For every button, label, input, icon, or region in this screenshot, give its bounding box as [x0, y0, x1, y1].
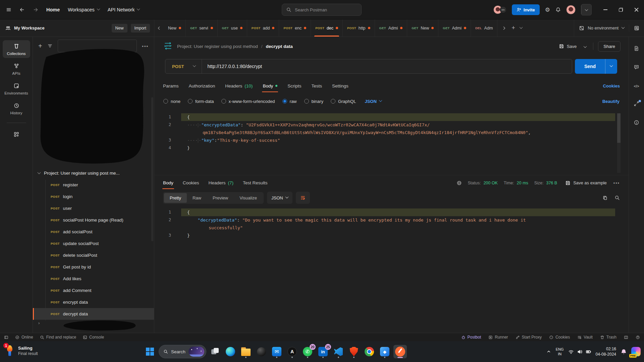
sidebar-request-item[interactable]: POSTuser — [33, 202, 154, 214]
share-button[interactable]: Share — [598, 41, 621, 52]
request-tab-scripts[interactable]: Scripts — [287, 77, 301, 95]
taskbar-app-vscode[interactable] — [332, 345, 345, 358]
panel-button[interactable] — [4, 335, 8, 340]
url-text[interactable]: http://127.0.0.1:80/decrypt — [202, 64, 262, 69]
send-options-chevron[interactable] — [605, 59, 617, 74]
global-search-input[interactable]: Search Postman — [282, 4, 362, 16]
collection-header[interactable]: Project: User register using post me... — [33, 167, 154, 179]
runner-button[interactable]: Runner — [488, 335, 508, 340]
taskbar-app-whatsapp[interactable]: ✆20 — [301, 345, 314, 358]
sidebar-request-item[interactable]: POSTencrypt data — [33, 296, 154, 308]
notifications-bell-icon[interactable] — [621, 349, 627, 355]
taskbar-app-chrome[interactable] — [363, 345, 376, 358]
request-tab[interactable]: GETAdmi — [438, 19, 471, 37]
console-button[interactable]: Console — [83, 335, 104, 340]
new-button[interactable]: New — [112, 24, 127, 33]
hamburger-menu-icon[interactable] — [6, 7, 11, 12]
body-mode-graphql[interactable]: GraphQL — [331, 99, 356, 104]
body-language-selector[interactable]: JSON — [365, 99, 381, 104]
sidebar-request-item[interactable]: POSTdelete socialPost — [33, 249, 154, 261]
taskbar-app-mail[interactable]: ✉ — [270, 345, 283, 358]
rail-item-collections[interactable]: Collections — [3, 40, 30, 58]
add-collection-button[interactable]: + — [38, 42, 42, 50]
window-restore-button[interactable] — [613, 0, 629, 19]
taskbar-app-sphere[interactable] — [255, 345, 268, 358]
request-tab[interactable]: GETservi — [186, 19, 218, 37]
invite-button[interactable]: Invite — [512, 4, 540, 15]
response-body-editor[interactable]: 1{2 "decryptedData": "Do you want to see… — [154, 207, 615, 254]
start-proxy-button[interactable]: Start Proxy — [516, 335, 542, 340]
save-button[interactable]: Save — [556, 41, 580, 51]
sidebar-request-item[interactable]: POSTadd Comment — [33, 285, 154, 296]
window-minimize-button[interactable] — [598, 0, 613, 19]
code-snippet-icon[interactable]: </> — [634, 83, 639, 89]
filter-icon[interactable] — [47, 43, 53, 49]
team-avatars[interactable]: </> — [493, 5, 506, 14]
taskbar-app-taskview[interactable] — [208, 345, 222, 358]
request-tab[interactable]: DELAdm — [471, 19, 497, 37]
upgrade-chevron[interactable] — [581, 4, 591, 15]
body-mode-raw[interactable]: raw — [282, 99, 297, 104]
tabs-scroll-left-icon[interactable] — [154, 19, 164, 37]
view-pretty[interactable]: Pretty — [164, 193, 187, 203]
notifications-bell-icon[interactable] — [555, 7, 561, 12]
breadcrumb-request-name[interactable]: decrypt data — [266, 44, 292, 49]
body-mode-x-www-form-urlencoded[interactable]: x-www-form-urlencoded — [221, 99, 275, 104]
request-tab-authorization[interactable]: Authorization — [189, 77, 215, 95]
globe-icon[interactable] — [457, 180, 462, 186]
copy-response-icon[interactable] — [602, 195, 608, 200]
comments-icon[interactable] — [634, 64, 639, 71]
request-tab-settings[interactable]: Settings — [332, 77, 348, 95]
wifi-icon[interactable] — [568, 349, 574, 355]
sidebar-request-item[interactable]: POSTregister — [33, 179, 154, 191]
save-as-example-button[interactable]: Save as example — [565, 180, 607, 186]
forward-icon[interactable] — [33, 7, 38, 12]
taskbar-app-edge[interactable] — [224, 345, 237, 358]
trash-button[interactable]: Trash — [600, 335, 616, 340]
sidebar-request-item[interactable]: POSTAdd likes — [33, 273, 154, 285]
request-tab[interactable]: GETAdmi — [375, 19, 408, 37]
language-indicator[interactable]: ENG IN — [556, 347, 564, 357]
request-tab-headers[interactable]: Headers(10) — [225, 77, 253, 95]
tray-overflow-chevron-icon[interactable] — [546, 349, 551, 354]
import-button[interactable]: Import — [131, 24, 150, 33]
body-mode-form-data[interactable]: form-data — [188, 99, 214, 104]
rail-item-environments[interactable]: Environments — [3, 80, 30, 98]
nav-api-network[interactable]: API Network — [108, 7, 140, 12]
find-and-replace-button[interactable]: Find and replace — [40, 335, 76, 340]
request-body-editor[interactable]: 1{2·····"encryptedData": "U2FsdGVkX1++XX… — [154, 111, 615, 174]
save-options-chevron-icon[interactable] — [582, 43, 588, 50]
breadcrumb-project[interactable]: Project: User register using post method — [177, 44, 258, 49]
view-preview[interactable]: Preview — [207, 193, 234, 203]
editor-scrollbar[interactable] — [617, 113, 621, 173]
view-visualize[interactable]: Visualize — [234, 193, 263, 203]
sidebar-search-input[interactable] — [58, 40, 137, 52]
response-tab-body[interactable]: Body — [163, 175, 173, 190]
request-tab[interactable]: POSThttp — [343, 19, 375, 37]
online-button[interactable]: Online — [15, 335, 33, 340]
sidebar-request-item[interactable]: POSTupdate socialPost — [33, 238, 154, 249]
help-button[interactable] — [636, 335, 640, 340]
workspace-title[interactable]: My Workspace — [14, 25, 108, 31]
taskbar-app-brave[interactable] — [347, 345, 361, 358]
body-mode-none[interactable]: none — [163, 99, 180, 104]
tabs-scroll-right-icon[interactable] — [501, 25, 507, 31]
url-input[interactable]: POST http://127.0.0.1:80/decrypt — [165, 59, 572, 74]
request-tab[interactable]: New — [164, 19, 186, 37]
taskbar-search[interactable]: Search — [159, 345, 206, 358]
send-button[interactable]: Send — [575, 59, 605, 74]
response-language-selector[interactable]: JSON — [267, 192, 292, 204]
taskbar-app-postman[interactable] — [393, 345, 407, 358]
sidebar-request-item[interactable]: POSTdecrypt data — [33, 308, 154, 320]
vault-button[interactable]: Vault — [577, 335, 592, 340]
sidebar-request-item[interactable]: POSTGet post by id — [33, 261, 154, 273]
back-icon[interactable] — [19, 7, 25, 12]
environment-selector[interactable]: No environment — [574, 19, 644, 37]
nav-home[interactable]: Home — [46, 7, 60, 12]
sidebar-scrollbar[interactable] — [151, 97, 153, 241]
response-tab-test-results[interactable]: Test Results — [243, 175, 268, 190]
time-value[interactable]: 20 ms — [517, 181, 528, 185]
request-tab[interactable]: POSTdec — [311, 19, 343, 37]
collapsed-item-chevron-icon[interactable]: › — [38, 320, 40, 325]
window-close-button[interactable] — [629, 0, 644, 19]
